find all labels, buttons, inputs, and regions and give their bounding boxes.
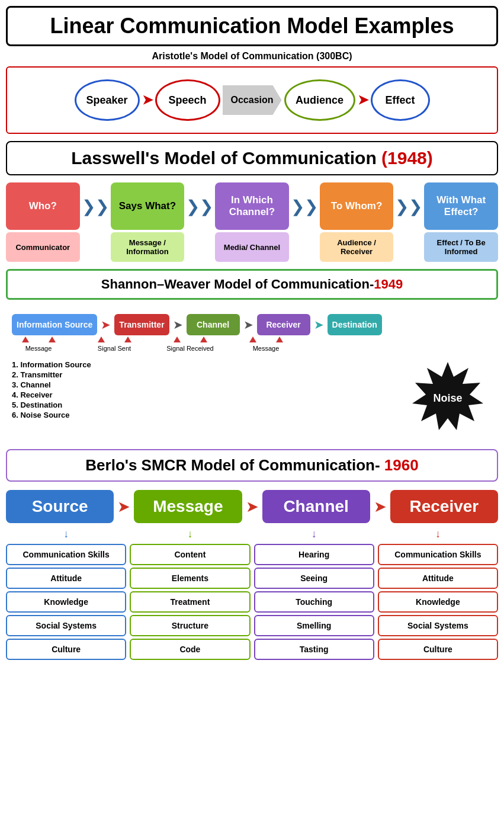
berlo-receiver-3: Social Systems [378, 615, 498, 636]
aristotle-item-5: Effect [371, 79, 430, 121]
lasswell-channel: In Which Channel? Media/ Channel [215, 182, 289, 262]
lasswell-flow: Who? Communicator ❯❯ Says What? Message … [6, 182, 498, 262]
berlo-source-1: Attitude [6, 568, 126, 589]
sw-arrow-1: ➤ [101, 318, 111, 332]
berlo-channel-header: Channel [262, 490, 370, 523]
lasswell-who-top: Who? [6, 182, 80, 230]
berlo-source-2: Knowledge [6, 591, 126, 613]
aristotle-subtitle: Aristotle's Model of Communication (300B… [6, 51, 498, 62]
berlo-channel-0: Hearing [254, 544, 374, 565]
berlo-source-header: Source [6, 490, 114, 523]
sw-transmitter: Transmitter [114, 314, 169, 335]
lasswell-who-bottom: Communicator [6, 232, 80, 262]
signal-label-4: Message [239, 337, 293, 353]
lasswell-effect-bottom: Effect / To Be Informed [424, 232, 498, 262]
aristotle-diagram: Speaker ➤ Speech Occasion Audience ➤ Eff… [6, 66, 498, 134]
aristotle-item-4: Audience [284, 79, 355, 121]
lasswell-whom-bottom: Audience / Receiver [320, 232, 394, 262]
lasswell-channel-top: In Which Channel? [215, 182, 289, 230]
lasswell-title: Lasswell's Model of Communication (1948) [19, 148, 485, 168]
noise-burst-svg: Noise [403, 359, 492, 436]
berlo-receiver-2: Knowledge [378, 591, 498, 613]
berlo-receiver-4: Culture [378, 639, 498, 660]
signal-label-3: Signal Received [163, 337, 217, 353]
berlo-message-1: Elements [130, 568, 250, 589]
sw-info-source: Information Source [12, 314, 97, 335]
berlo-message-4: Code [130, 639, 250, 660]
noise-area: 1. Information Source 2. Transmitter 3. … [6, 359, 498, 436]
berlo-channel-2: Touching [254, 591, 374, 613]
berlo-message-header: Message [134, 490, 242, 523]
berlo-arrow-1: ➤ [117, 498, 130, 516]
noise-list: 1. Information Source 2. Transmitter 3. … [12, 359, 403, 436]
channel-down-arrow: ↓ [254, 528, 374, 540]
signal-label-2: Signal Sent [88, 337, 141, 353]
aristotle-item-1: Speaker [75, 79, 140, 121]
berlo-source-0: Communication Skills [6, 544, 126, 565]
berlo-message-3: Structure [130, 615, 250, 636]
berlo-channel-4: Tasting [254, 639, 374, 660]
lasswell-whom: To Whom? Audience / Receiver [320, 182, 394, 262]
sw-arrow-4: ➤ [314, 318, 324, 332]
speaker-ellipse: Speaker [75, 79, 140, 121]
lasswell-channel-bottom: Media/ Channel [215, 232, 289, 262]
berlo-receiver-header: Receiver [390, 490, 498, 523]
lasswell-whom-top: To Whom? [320, 182, 394, 230]
sw-receiver: Receiver [257, 314, 310, 335]
lasswell-who: Who? Communicator [6, 182, 80, 262]
lasswell-title-box: Lasswell's Model of Communication (1948) [6, 141, 498, 175]
berlo-source-col: ↓ Communication Skills Attitude Knowledg… [6, 528, 126, 660]
arrow-2: ➤ [358, 92, 368, 108]
lasswell-says: Says What? Message / Information [111, 182, 185, 262]
berlo-receiver-col: ↓ Communication Skills Attitude Knowledg… [378, 528, 498, 660]
sw-arrow-2: ➤ [173, 318, 183, 332]
berlo-arrow-2: ➤ [246, 498, 259, 516]
audience-ellipse: Audience [284, 79, 355, 121]
source-down-arrow: ↓ [6, 528, 126, 540]
berlo-headers: Source ➤ Message ➤ Channel ➤ Receiver [6, 490, 498, 523]
lasswell-says-bottom: Message / Information [111, 232, 185, 262]
speech-ellipse: Speech [155, 79, 220, 121]
lasswell-arrow-3: ❯❯ [291, 182, 318, 262]
signal-labels: Message Signal Sent Signal Received Mess… [6, 337, 498, 353]
noise-item-5: 5. Destination [12, 400, 403, 409]
main-title-box: Linear Communication Model Examples [6, 6, 498, 46]
berlo-arrow-3: ➤ [374, 498, 387, 516]
sw-destination: Destination [328, 314, 382, 335]
receiver-down-arrow: ↓ [378, 528, 498, 540]
noise-item-1: 1. Information Source [12, 360, 403, 369]
shannon-title: Shannon–Weaver Model of Communication-19… [17, 277, 487, 292]
lasswell-arrow-4: ❯❯ [395, 182, 422, 262]
effect-ellipse: Effect [371, 79, 430, 121]
berlo-channel-1: Seeing [254, 568, 374, 589]
main-title: Linear Communication Model Examples [20, 14, 484, 39]
sw-channel: Channel [187, 314, 240, 335]
sw-arrow-3: ➤ [243, 318, 253, 332]
noise-item-4: 4. Receiver [12, 390, 403, 399]
arrow-1: ➤ [142, 92, 153, 108]
berlo-message-2: Treatment [130, 591, 250, 613]
lasswell-effect-top: With What Effect? [424, 182, 498, 230]
berlo-columns: ↓ Communication Skills Attitude Knowledg… [6, 528, 498, 660]
noise-burst-container: Noise [403, 359, 492, 436]
shannon-title-box: Shannon–Weaver Model of Communication-19… [6, 269, 498, 300]
svg-text:Noise: Noise [433, 392, 462, 404]
lasswell-says-top: Says What? [111, 182, 185, 230]
berlo-channel-col: ↓ Hearing Seeing Touching Smelling Tasti… [254, 528, 374, 660]
berlo-receiver-1: Attitude [378, 568, 498, 589]
noise-item-3: 3. Channel [12, 380, 403, 389]
berlo-receiver-0: Communication Skills [378, 544, 498, 565]
noise-item-2: 2. Transmitter [12, 370, 403, 379]
berlo-message-0: Content [130, 544, 250, 565]
occasion-arrow: Occasion [223, 85, 282, 115]
berlo-title: Berlo's SMCR Model of Communication- 196… [17, 456, 487, 475]
signal-label-1: Message [12, 337, 65, 353]
lasswell-arrow-1: ❯❯ [82, 182, 109, 262]
aristotle-item-2: Speech [155, 79, 220, 121]
shannon-flow: Information Source ➤ Transmitter ➤ Chann… [6, 314, 498, 335]
berlo-source-4: Culture [6, 639, 126, 660]
noise-item-6: 6. Noise Source [12, 411, 403, 419]
berlo-message-col: ↓ Content Elements Treatment Structure C… [130, 528, 250, 660]
berlo-channel-3: Smelling [254, 615, 374, 636]
lasswell-arrow-2: ❯❯ [186, 182, 213, 262]
